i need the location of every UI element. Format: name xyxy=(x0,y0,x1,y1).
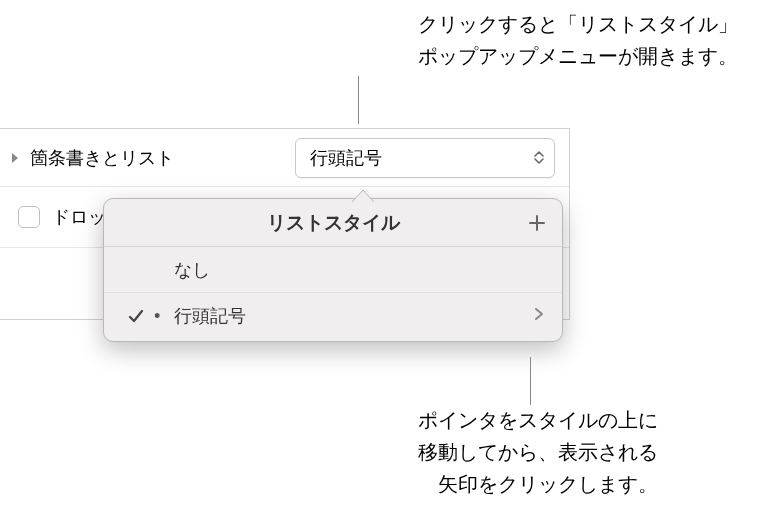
popover-list: なし • 行頭記号 xyxy=(104,247,562,341)
list-style-item-bullet[interactable]: • 行頭記号 xyxy=(104,293,562,339)
callout-leader-line xyxy=(530,357,531,405)
callout-text: 移動してから、表示される xyxy=(418,436,658,468)
add-style-button[interactable] xyxy=(526,212,548,234)
callout-bottom: ポインタをスタイルの上に 移動してから、表示される 矢印をクリックします。 xyxy=(418,404,658,500)
callout-text: クリックすると「リストスタイル」 xyxy=(418,8,738,40)
drop-cap-checkbox[interactable] xyxy=(18,206,40,228)
disclosure-triangle-icon[interactable] xyxy=(10,151,22,165)
checkmark-icon xyxy=(128,308,154,324)
chevron-right-icon[interactable] xyxy=(534,306,544,327)
callout-text: ポップアップメニューが開きます。 xyxy=(418,40,738,72)
list-item-label: なし xyxy=(174,258,544,282)
list-style-dropdown[interactable]: 行頭記号 xyxy=(295,138,555,178)
section-label: 箇条書きとリスト xyxy=(30,146,174,170)
popover-title: リストスタイル xyxy=(267,210,400,236)
callout-text: 矢印をクリックします。 xyxy=(418,468,658,500)
callout-top: クリックすると「リストスタイル」 ポップアップメニューが開きます。 xyxy=(418,8,738,72)
bullets-lists-row: 箇条書きとリスト 行頭記号 xyxy=(0,129,569,187)
updown-chevron-icon xyxy=(534,151,544,164)
bullet-preview-icon: • xyxy=(154,306,174,327)
popover-header: リストスタイル xyxy=(104,199,562,247)
dropdown-value: 行頭記号 xyxy=(310,146,382,170)
list-style-popover: リストスタイル なし • 行頭記号 xyxy=(103,198,563,342)
drop-cap-label: ドロッ xyxy=(52,205,106,229)
callout-leader-line xyxy=(358,76,359,124)
callout-text: ポインタをスタイルの上に xyxy=(418,404,658,436)
list-style-item-none[interactable]: なし xyxy=(104,247,562,293)
list-item-label: 行頭記号 xyxy=(174,304,534,328)
